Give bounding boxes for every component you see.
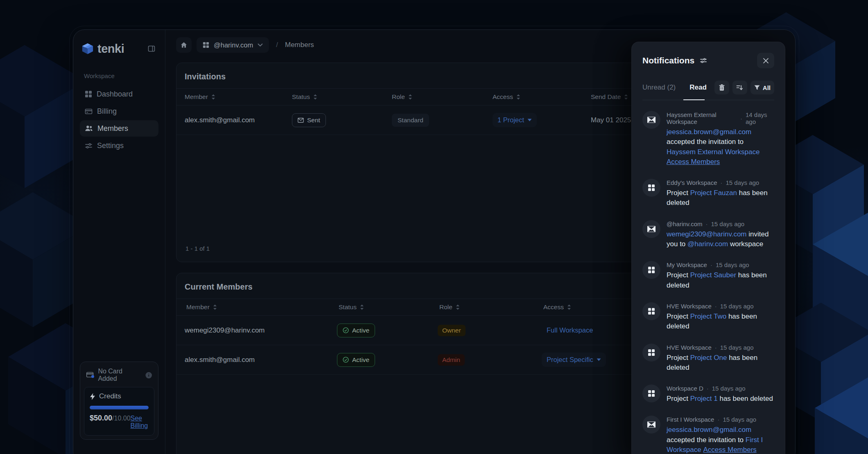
sidebar-item-billing[interactable]: Billing (80, 103, 158, 119)
notification-meta: Eddy's Workspace · 15 days ago (667, 179, 774, 186)
notification-meta: HVE Workspace · 15 days ago (667, 303, 774, 310)
notification-meta: Workspace D · 15 days ago (667, 385, 773, 392)
chevron-down-icon (527, 119, 532, 121)
separator-dot: · (717, 416, 719, 423)
card-status-text: No Card Added (98, 368, 141, 382)
sliders-icon (85, 142, 93, 150)
sidebar: tenki Workspace Dashboard (73, 30, 165, 454)
grid-icon (642, 384, 660, 402)
separator-dot: · (707, 385, 709, 392)
mail-icon (642, 416, 660, 434)
column-header-member[interactable]: Member (185, 93, 292, 101)
access-full-workspace[interactable]: Full Workspace (542, 323, 598, 337)
access-members-link[interactable]: Access Members (703, 445, 756, 454)
column-header-member[interactable]: Member (186, 303, 339, 311)
sort-icon (211, 94, 215, 100)
grid-icon (642, 302, 660, 320)
notification-text: wemegi2309@harinv.com invited you to @ha… (667, 229, 774, 249)
notification-item[interactable]: @harinv.com · 15 days ago wemegi2309@har… (642, 220, 774, 249)
grid-icon (85, 90, 92, 98)
tab-unread[interactable]: Unread (2) (642, 83, 676, 92)
grid-icon (642, 344, 660, 362)
sliders-icon[interactable] (700, 57, 707, 64)
mail-icon (298, 118, 304, 123)
notification-text: Project Project One has been deleted (667, 353, 774, 373)
desktop-background: tenki Workspace Dashboard (0, 0, 868, 454)
info-icon[interactable] (145, 372, 152, 379)
sort-icon (408, 94, 412, 100)
sidebar-item-members[interactable]: Members (80, 120, 158, 137)
tab-read[interactable]: Read (689, 83, 707, 92)
credit-card-icon (85, 108, 93, 115)
role-badge-owner: Owner (438, 325, 466, 336)
card-status-row: No Card Added (84, 366, 154, 387)
notification-item[interactable]: Workspace D · 15 days ago Project Projec… (642, 384, 774, 404)
sidebar-item-label: Members (97, 124, 128, 133)
delete-notifications-button[interactable] (714, 81, 729, 94)
notification-item[interactable]: HVE Workspace · 15 days ago Project Proj… (642, 344, 774, 373)
column-header-role[interactable]: Role (439, 303, 543, 311)
sort-icon (213, 304, 217, 310)
sort-notifications-button[interactable] (732, 81, 747, 94)
home-icon (181, 42, 187, 48)
chevron-down-icon (258, 43, 263, 47)
sort-icon (567, 304, 571, 310)
column-header-status[interactable]: Status (292, 93, 392, 101)
active-tab-underline (683, 99, 705, 100)
separator-dot: · (715, 344, 717, 351)
grid-icon (642, 261, 660, 279)
grid-icon (203, 42, 209, 48)
see-billing-link[interactable]: See Billing (131, 415, 149, 429)
access-dropdown[interactable]: 1 Project (493, 113, 537, 127)
column-header-role[interactable]: Role (392, 93, 493, 101)
sort-icon (624, 94, 628, 100)
separator-dot: · (740, 115, 742, 122)
sidebar-item-label: Billing (97, 107, 117, 116)
notification-item[interactable]: My Workspace · 15 days ago Project Proje… (642, 261, 774, 290)
notification-item[interactable]: HVE Workspace · 15 days ago Project Proj… (642, 302, 774, 332)
credits-quota: /10.00 (112, 415, 130, 422)
brand-name: tenki (97, 42, 124, 56)
separator-dot: · (715, 303, 717, 310)
sort-descending-icon (736, 85, 743, 91)
sidebar-item-settings[interactable]: Settings (80, 137, 158, 154)
home-button[interactable] (176, 37, 192, 53)
users-icon (85, 125, 93, 132)
workspace-switcher[interactable]: @harinv.com (197, 37, 269, 53)
separator-dot: · (705, 220, 708, 227)
check-circle-icon (343, 327, 349, 333)
background-cube (815, 376, 868, 454)
collapse-sidebar-button[interactable] (146, 43, 157, 54)
sort-icon (313, 94, 317, 100)
notifications-panel: Notifications Unread (2) Read (631, 42, 785, 454)
notification-item[interactable]: First I Workspace · 15 days ago jeessica… (642, 416, 774, 454)
notification-item[interactable]: Eddy's Workspace · 15 days ago Project P… (642, 179, 774, 208)
column-header-access[interactable]: Access (493, 93, 591, 101)
tenki-logo-icon (81, 43, 94, 55)
close-panel-button[interactable] (757, 53, 774, 68)
mail-icon (642, 111, 660, 129)
notifications-header: Notifications (642, 53, 774, 68)
sidebar-item-dashboard[interactable]: Dashboard (80, 86, 158, 102)
notification-meta: First I Workspace · 15 days ago (667, 416, 774, 423)
notification-text: Project Project 1 has been deleted (667, 394, 773, 404)
notifications-list: Hayssem External Workspace · 14 days ago… (642, 111, 774, 454)
notification-meta: @harinv.com · 15 days ago (667, 220, 774, 227)
notification-item[interactable]: Hayssem External Workspace · 14 days ago… (642, 111, 774, 167)
sort-icon (360, 304, 364, 310)
column-header-status[interactable]: Status (339, 303, 439, 311)
access-dropdown[interactable]: Project Specific (542, 353, 606, 367)
credits-card: Credits $50.00 /10.00 See Billing (84, 387, 154, 436)
check-circle-icon (343, 357, 349, 363)
notification-meta: My Workspace · 15 days ago (667, 261, 774, 268)
notification-text: Project Project Sauber has been deleted (667, 270, 774, 290)
trash-icon (719, 84, 725, 91)
filter-all-button[interactable]: All (750, 81, 774, 94)
sort-icon (456, 304, 460, 310)
access-members-link[interactable]: Access Members (667, 157, 720, 167)
breadcrumb-page: Members (285, 41, 314, 49)
member-email: wemegi2309@harinv.com (185, 326, 337, 335)
lightning-icon (90, 393, 95, 400)
notification-meta: Hayssem External Workspace · 14 days ago (667, 111, 774, 125)
credits-title: Credits (90, 392, 149, 400)
